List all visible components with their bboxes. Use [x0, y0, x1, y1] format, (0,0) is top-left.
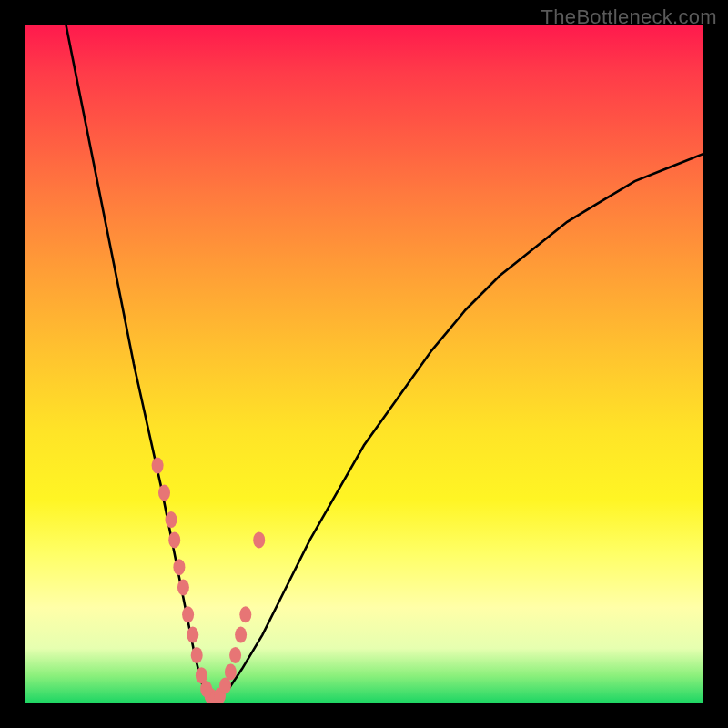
highlight-marker: [168, 531, 180, 548]
highlight-marker: [158, 484, 170, 500]
highlight-marker: [225, 664, 237, 681]
highlight-marker: [173, 559, 185, 575]
highlight-marker: [239, 606, 251, 622]
highlight-marker: [182, 606, 194, 622]
highlight-marker: [187, 627, 198, 643]
highlight-marker: [214, 688, 226, 703]
plot-area: [25, 25, 703, 703]
highlight-marker: [166, 511, 177, 528]
highlight-marker: [177, 580, 189, 596]
highlight-marker: [152, 458, 164, 474]
highlight-marker: [219, 677, 231, 693]
highlight-marker: [229, 647, 241, 663]
curve-svg: [25, 25, 703, 703]
highlight-marker: [196, 667, 207, 683]
highlight-marker: [205, 688, 217, 703]
highlight-marker: [235, 627, 247, 643]
highlight-marker: [253, 531, 265, 548]
bottleneck-curve: [66, 25, 703, 699]
chart-frame: TheBottleneck.com: [0, 0, 728, 728]
highlight-marker: [209, 691, 221, 703]
highlight-marker: [191, 647, 203, 663]
marker-group: [152, 458, 266, 703]
highlight-marker: [200, 681, 212, 697]
